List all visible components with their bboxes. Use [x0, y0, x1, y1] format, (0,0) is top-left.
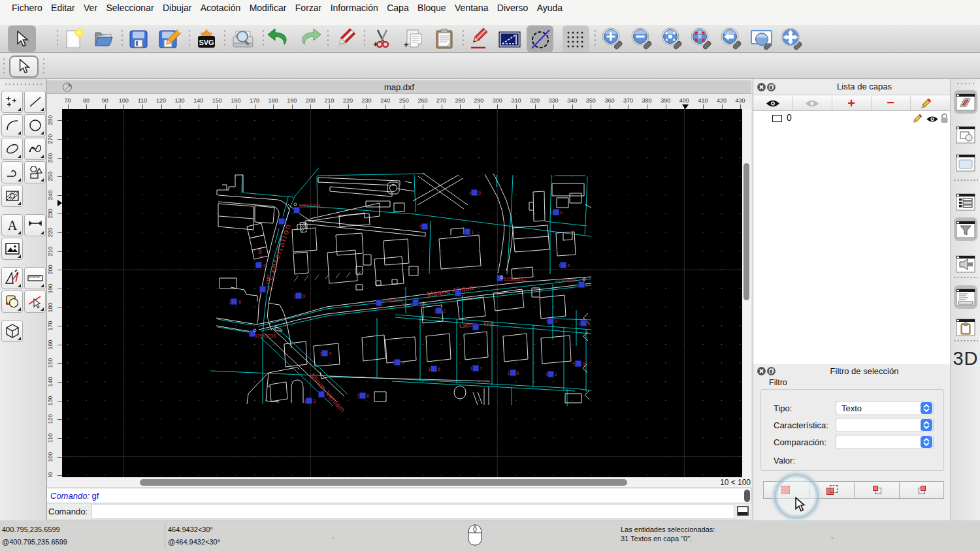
- svg-text:52563284: 52563284: [299, 203, 320, 209]
- svg-text:52563236: 52563236: [254, 333, 276, 339]
- svg-text:0: 0: [560, 210, 563, 215]
- svg-text:6: 6: [438, 366, 440, 372]
- svg-text:6: 6: [367, 393, 369, 399]
- svg-text:5: 5: [478, 190, 481, 196]
- svg-text:43: 43: [401, 302, 406, 307]
- svg-text:7: 7: [480, 366, 482, 371]
- svg-text:6: 6: [587, 321, 590, 326]
- svg-text:+: +: [404, 40, 408, 50]
- svg-text:A: A: [7, 218, 17, 232]
- svg-text:8: 8: [516, 370, 519, 376]
- svg-text:2: 2: [443, 308, 446, 314]
- svg-text:52563694: 52563694: [555, 277, 576, 283]
- svg-text:90 5: 90 5: [257, 248, 263, 258]
- svg-text:0: 0: [582, 361, 585, 367]
- svg-text:1: 1: [507, 370, 510, 376]
- svg-text:3: 3: [329, 351, 331, 356]
- svg-text:9: 9: [302, 293, 305, 299]
- svg-text:1: 1: [471, 229, 474, 235]
- svg-text:2: 2: [555, 371, 557, 377]
- svg-text:5: 5: [401, 360, 404, 366]
- svg-text:0: 0: [263, 262, 266, 268]
- svg-text:4: 4: [567, 262, 570, 268]
- svg-text:52563692: 52563692: [382, 298, 403, 304]
- svg-text:1: 1: [470, 366, 472, 371]
- svg-text:05: 05: [420, 302, 425, 307]
- svg-text:3: 3: [429, 224, 431, 230]
- svg-text:+: +: [373, 40, 378, 49]
- svg-text:0: 0: [555, 319, 557, 324]
- svg-text:52563693: 52563693: [504, 276, 525, 282]
- svg-text:SVG: SVG: [199, 39, 214, 46]
- svg-text:6: 6: [238, 299, 241, 305]
- svg-text:1: 1: [428, 366, 431, 372]
- svg-text:3: 3: [313, 398, 316, 404]
